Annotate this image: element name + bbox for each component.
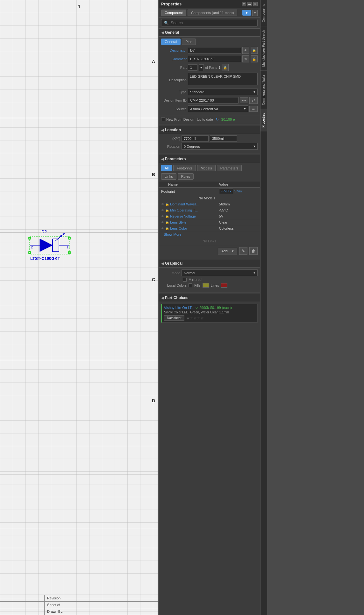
show-more-btn[interactable]: Show More bbox=[161, 232, 184, 237]
ptab-models[interactable]: Models bbox=[197, 165, 215, 171]
part-lock-btn[interactable]: 🔒 bbox=[222, 64, 229, 71]
new-from-checkbox[interactable] bbox=[161, 118, 165, 121]
source-dots-btn[interactable]: ••• bbox=[249, 106, 258, 112]
fill-color-swatch[interactable] bbox=[203, 283, 209, 288]
scroll-spacer-2 bbox=[255, 195, 260, 201]
source-value[interactable]: Altium Content Va bbox=[188, 105, 248, 112]
sheet-cell bbox=[0, 602, 45, 608]
y-input[interactable] bbox=[210, 135, 237, 142]
x-input[interactable] bbox=[182, 135, 209, 142]
svg-text:LTST-C190GKT: LTST-C190GKT bbox=[30, 256, 60, 261]
designator-input[interactable] bbox=[188, 47, 241, 54]
tab-general[interactable]: General bbox=[161, 39, 181, 45]
col-scroll bbox=[255, 182, 260, 188]
ptab-links[interactable]: Links bbox=[161, 173, 176, 180]
general-form: Designator 👁 🔒 Comment 👁 🔒 Part ▾ of Par… bbox=[159, 45, 260, 116]
ptab-rules[interactable]: Rules bbox=[178, 173, 194, 180]
search-input-wrap: 🔍 bbox=[161, 19, 258, 27]
add-edit-delete-row: Add... ▾ ✎ 🗑 bbox=[159, 245, 260, 257]
design-item-swap-btn[interactable]: ⇄ bbox=[249, 97, 258, 104]
side-tab-properties[interactable]: Properties bbox=[261, 109, 267, 132]
comment-input[interactable] bbox=[188, 56, 241, 62]
rotation-label: Rotation bbox=[161, 145, 180, 148]
side-tab-comments[interactable]: Comments and Tasks bbox=[261, 70, 267, 109]
refresh-icon[interactable]: ↻ bbox=[216, 117, 219, 122]
eye-icon-2: 👁 bbox=[161, 215, 164, 218]
fp-select[interactable]: FP-LT bbox=[219, 189, 233, 194]
pc-stock: 2990k bbox=[199, 306, 209, 310]
param-value-0: 569nm bbox=[217, 201, 255, 207]
edit-btn[interactable]: ✎ bbox=[239, 247, 247, 255]
comment-eye-btn[interactable]: 👁 bbox=[242, 55, 249, 62]
designator-eye-btn[interactable]: 👁 bbox=[242, 47, 249, 54]
tab-components-more[interactable]: Components (and 11 more) bbox=[188, 10, 238, 16]
mirrored-checkbox[interactable] bbox=[183, 278, 187, 282]
scroll-s7 bbox=[255, 225, 260, 232]
param-table-area: Name Value Footprint FP-LT bbox=[159, 182, 260, 245]
pin-btn[interactable]: ▼ bbox=[242, 2, 246, 6]
design-item-id-row: Design Item ID CMP-22017-00 ••• ⇄ bbox=[161, 97, 258, 104]
ptab-parameters[interactable]: Parameters bbox=[217, 165, 242, 171]
no-models-text: No Models bbox=[159, 195, 255, 201]
sheet-label: Sheet of bbox=[45, 602, 63, 608]
local-colors-label: Local Colors bbox=[161, 283, 187, 287]
side-tab-components[interactable]: Components bbox=[261, 0, 267, 26]
colors-row: Local Colors Fills Lines bbox=[161, 283, 258, 288]
pc-price: $0.199 (each) bbox=[210, 306, 232, 310]
panel-top-tabs: Component Components (and 11 more) ▼ ▾ bbox=[159, 8, 260, 18]
designator-row: Designator 👁 🔒 bbox=[161, 47, 258, 54]
ptab-footprints[interactable]: Footprints bbox=[173, 165, 196, 171]
description-box[interactable]: LED GREEN CLEAR CHIP SMD bbox=[188, 73, 258, 85]
led-component[interactable]: D? 2 1 bbox=[24, 229, 81, 264]
param-value-3: Clear bbox=[217, 219, 255, 225]
divider-4 bbox=[159, 292, 260, 293]
add-btn[interactable]: Add... ▾ bbox=[218, 248, 237, 254]
eye-icon-3: 👁 bbox=[161, 221, 164, 224]
search-input[interactable] bbox=[171, 21, 255, 25]
part-label: Part bbox=[161, 66, 187, 69]
h-divider-5 bbox=[0, 529, 158, 529]
location-section: (X/Y) Rotation 0 Degrees bbox=[159, 134, 260, 152]
part-choices-arrow: ◀ bbox=[161, 296, 164, 300]
divider-2 bbox=[159, 154, 260, 154]
location-arrow: ◀ bbox=[161, 128, 164, 132]
svg-text:D?: D? bbox=[41, 229, 47, 234]
tab-component[interactable]: Component bbox=[161, 10, 186, 16]
part-dropdown[interactable]: ▾ bbox=[199, 64, 204, 71]
pc-name[interactable]: Vishay Lite-On LT... bbox=[164, 306, 194, 310]
lock-icon-0: 🔒 bbox=[165, 203, 169, 206]
close-btn[interactable]: ✕ bbox=[253, 2, 258, 6]
designator-lock-btn[interactable]: 🔒 bbox=[251, 47, 258, 54]
comment-lock-btn[interactable]: 🔒 bbox=[251, 55, 258, 62]
col-label-4: 4 bbox=[78, 4, 80, 9]
fp-show-btn[interactable]: Show bbox=[234, 190, 242, 193]
side-tab-manufacturer[interactable]: Manufacturer Part Search bbox=[261, 26, 267, 71]
minimize-btn[interactable]: ▬ bbox=[247, 2, 252, 6]
panel-title: Properties bbox=[161, 2, 182, 6]
eye-icon-0: 👁 bbox=[161, 203, 164, 206]
title-block: Revision Sheet of Drawn By: bbox=[0, 595, 158, 615]
type-select[interactable]: Standard bbox=[188, 89, 258, 95]
local-colors-checkbox[interactable] bbox=[189, 283, 192, 287]
location-section-header: ◀ Location bbox=[159, 126, 260, 134]
datasheet-btn[interactable]: Datasheet bbox=[164, 315, 184, 321]
rotation-select[interactable]: 0 Degrees bbox=[182, 143, 258, 150]
pc-actions: Datasheet ★☆☆☆☆ bbox=[164, 315, 255, 321]
filter-button[interactable]: ▼ bbox=[242, 10, 251, 16]
param-row-2: 👁 🔒 Reverse Voltage 5V bbox=[159, 213, 260, 219]
new-from-label: New From Design bbox=[166, 118, 194, 121]
mode-select[interactable]: Normal bbox=[182, 269, 258, 276]
scroll-spacer-1 bbox=[255, 188, 260, 195]
part-number-input[interactable] bbox=[188, 64, 197, 71]
source-label: Source bbox=[161, 107, 187, 111]
lock-icon-4: 🔒 bbox=[165, 227, 169, 230]
tab-pins[interactable]: Pins bbox=[182, 39, 196, 45]
filter-dropdown-arrow[interactable]: ▾ bbox=[252, 10, 258, 16]
ptab-all[interactable]: All bbox=[161, 165, 172, 171]
xy-row: (X/Y) bbox=[161, 135, 258, 142]
lines-color-swatch[interactable] bbox=[221, 283, 227, 288]
param-name-4: Lens Color bbox=[170, 226, 187, 230]
design-item-dots-btn[interactable]: ••• bbox=[240, 97, 248, 103]
delete-btn[interactable]: 🗑 bbox=[249, 247, 258, 255]
drawnby-cell bbox=[0, 608, 45, 615]
